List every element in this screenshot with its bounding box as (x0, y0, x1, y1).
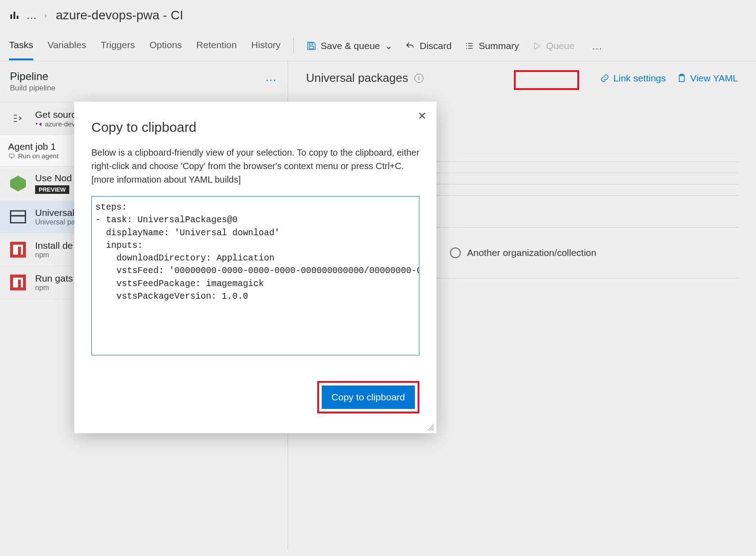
clipboard-icon (677, 73, 687, 83)
undo-icon (405, 41, 415, 51)
tab-options[interactable]: Options (149, 31, 182, 60)
task-sub: Universal pa (35, 218, 75, 226)
svg-rect-5 (11, 211, 26, 216)
task-sub: npm (35, 251, 73, 259)
pipeline-more-button[interactable]: … (265, 70, 278, 84)
tab-variables[interactable]: Variables (48, 31, 86, 60)
pipeline-header[interactable]: Pipeline Build pipeline … (0, 61, 288, 102)
svg-rect-12 (18, 279, 21, 287)
pipeline-subtitle: Build pipeline (10, 84, 55, 93)
yaml-textarea[interactable] (91, 196, 419, 355)
list-icon (464, 41, 474, 51)
divider (293, 38, 294, 54)
pipeline-title: Pipeline (10, 70, 55, 83)
agent-job-sub: Run on agent (18, 152, 58, 160)
discard-button[interactable]: Discard (405, 40, 452, 51)
discard-label: Discard (420, 40, 452, 51)
task-title: Install de (35, 240, 73, 251)
radio-label: Another organization/collection (467, 247, 596, 258)
preview-badge: PREVIEW (35, 185, 69, 194)
tabs-toolbar: Tasks Variables Triggers Options Retenti… (0, 31, 756, 61)
toolbar-overflow[interactable]: … (592, 40, 603, 52)
npm-icon (8, 240, 28, 260)
save-queue-label: Save & queue (321, 40, 380, 51)
svg-rect-2 (17, 16, 18, 19)
summary-button[interactable]: Summary (464, 40, 519, 51)
radio-icon (450, 247, 461, 258)
link-icon (600, 73, 610, 83)
toolbar-actions: Save & queue ⌄ Discard Summary Queue … (306, 40, 603, 52)
vs-icon (35, 120, 42, 127)
task-title: Use Nod (35, 173, 72, 184)
copy-to-clipboard-button[interactable]: Copy to clipboard (322, 386, 415, 409)
info-icon[interactable]: i (414, 74, 423, 83)
tab-retention[interactable]: Retention (196, 31, 237, 60)
npm-icon (8, 273, 28, 292)
svg-rect-0 (10, 14, 12, 19)
task-title: Universal (35, 207, 75, 218)
package-icon (8, 207, 28, 227)
view-yaml-label: View YAML (690, 73, 738, 84)
svg-rect-6 (11, 216, 26, 223)
save-icon (306, 41, 316, 51)
svg-rect-3 (9, 154, 14, 157)
copy-clipboard-modal: ✕ Copy to clipboard Below is a clipboard… (74, 102, 436, 433)
task-details-title: Universal packages (306, 71, 408, 85)
svg-rect-1 (14, 12, 15, 19)
tab-list: Tasks Variables Triggers Options Retenti… (9, 31, 281, 60)
sources-icon (8, 108, 28, 128)
breadcrumb: … › azure-devops-pwa - CI (0, 0, 756, 31)
task-title: Run gats (35, 273, 73, 284)
tab-history[interactable]: History (251, 31, 280, 60)
view-yaml-highlight (514, 70, 579, 90)
summary-label: Summary (479, 40, 519, 51)
tab-tasks[interactable]: Tasks (9, 31, 33, 60)
play-icon (532, 41, 542, 51)
link-settings-label: Link settings (613, 73, 666, 84)
agent-icon (8, 152, 15, 160)
close-icon[interactable]: ✕ (418, 110, 427, 122)
svg-marker-4 (10, 175, 26, 191)
copy-button-highlight: Copy to clipboard (317, 381, 419, 413)
radio-other-org[interactable]: Another organization/collection (450, 238, 738, 267)
tab-triggers[interactable]: Triggers (101, 31, 135, 60)
queue-button[interactable]: Queue (532, 40, 575, 51)
link-settings-button[interactable]: Link settings (600, 73, 666, 84)
modal-description: Below is a clipboard-friendly view of yo… (91, 146, 419, 186)
chevron-down-icon: ⌄ (385, 40, 393, 51)
queue-label: Queue (546, 40, 575, 51)
save-queue-button[interactable]: Save & queue ⌄ (306, 40, 393, 51)
agent-job-title: Agent job 1 (8, 141, 58, 152)
project-icon[interactable] (9, 10, 20, 21)
breadcrumb-overflow[interactable]: … (26, 9, 38, 22)
task-sub: npm (35, 284, 73, 292)
resize-grip-icon[interactable] (428, 424, 434, 430)
modal-title: Copy to clipboard (91, 120, 419, 135)
breadcrumb-title[interactable]: azure-devops-pwa - CI (56, 8, 183, 22)
chevron-right-icon: › (44, 11, 47, 20)
view-yaml-button[interactable]: View YAML (677, 73, 738, 84)
node-icon (8, 174, 28, 193)
svg-rect-9 (18, 247, 21, 255)
